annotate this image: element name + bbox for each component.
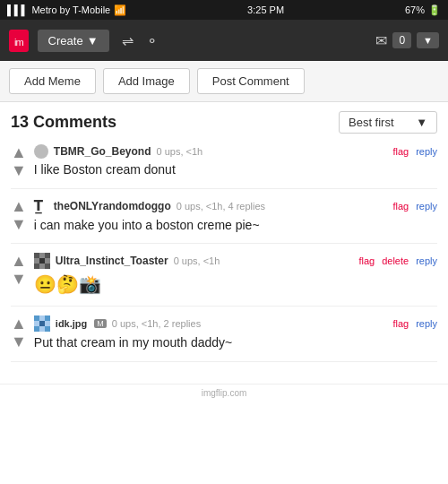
comment-info: 0 ups, <1h xyxy=(174,255,220,266)
comment-text: i can make you into a boston creme pie~ xyxy=(34,217,437,235)
avatar: T̲ xyxy=(34,198,48,214)
notification-badge[interactable]: 0 xyxy=(392,32,411,48)
username[interactable]: theONLYrandomdoggo xyxy=(54,200,171,212)
create-button[interactable]: Create ▼ xyxy=(38,30,109,52)
downvote-button[interactable]: ▼ xyxy=(11,162,27,178)
comment-meta: Ultra_Instinct_Toaster 0 ups, <1h flag d… xyxy=(34,253,437,269)
add-meme-button[interactable]: Add Meme xyxy=(9,68,96,94)
carrier-info: ▌▌▌ Metro by T-Mobile 📶 xyxy=(7,4,126,16)
comments-count: 13 Comments xyxy=(11,113,116,132)
battery-label: 67% xyxy=(405,4,425,15)
comment-item: ▲ ▼ T̲ theONLYrandomdoggo 0 ups, <1h, 4 … xyxy=(11,198,437,245)
avatar xyxy=(34,253,50,269)
upvote-button[interactable]: ▲ xyxy=(11,315,27,332)
vote-col: ▲ ▼ xyxy=(11,144,27,178)
delete-link[interactable]: delete xyxy=(382,255,409,266)
logo[interactable]: im xyxy=(9,30,29,52)
comment-meta: TBMR_Go_Beyond 0 ups, <1h flag reply xyxy=(34,144,437,159)
comment-text: 😐🤔📸 xyxy=(34,272,437,297)
vote-col: ▲ ▼ xyxy=(11,253,27,287)
comment-body: idk.jpg M 0 ups, <1h, 2 replies flag rep… xyxy=(34,315,437,352)
comment-body: TBMR_Go_Beyond 0 ups, <1h flag reply I l… xyxy=(34,144,437,179)
sort-chevron-icon: ▼ xyxy=(416,116,427,129)
add-image-button[interactable]: Add Image xyxy=(103,68,190,94)
downvote-button[interactable]: ▼ xyxy=(11,271,27,287)
comment-item: ▲ ▼ Ultra_Instinct_Toaster 0 ups, <1h xyxy=(11,253,437,307)
top-nav: im Create ▼ ⇌ ⚬ ✉ 0 ▼ xyxy=(0,20,448,61)
footer-text: imgflip.com xyxy=(202,388,247,398)
nav-icons: ⇌ ⚬ xyxy=(122,32,158,49)
reply-link[interactable]: reply xyxy=(416,255,437,266)
upvote-button[interactable]: ▲ xyxy=(11,144,27,160)
comment-actions: flag reply xyxy=(392,201,437,212)
battery-icon: 🔋 xyxy=(428,4,441,16)
comment-body: Ultra_Instinct_Toaster 0 ups, <1h flag d… xyxy=(34,253,437,297)
comment-item: ▲ ▼ idk.jpg M 0 ups, <1h, 2 replies xyxy=(11,315,437,362)
status-bar: ▌▌▌ Metro by T-Mobile 📶 3:25 PM 67% 🔋 xyxy=(0,0,448,20)
flag-link[interactable]: flag xyxy=(392,146,409,157)
flag-link[interactable]: flag xyxy=(392,201,409,212)
mail-icon[interactable]: ✉ xyxy=(375,32,387,49)
comment-meta: T̲ theONLYrandomdoggo 0 ups, <1h, 4 repl… xyxy=(34,198,437,214)
status-time: 3:25 PM xyxy=(247,4,284,15)
nav-right: ✉ 0 ▼ xyxy=(375,32,439,49)
chevron-down-icon: ▼ xyxy=(87,34,99,48)
comment-info: 0 ups, <1h, 2 replies xyxy=(112,318,201,329)
nav-dropdown-icon[interactable]: ▼ xyxy=(417,32,439,48)
comment-actions: flag reply xyxy=(392,146,437,157)
reply-link[interactable]: reply xyxy=(416,201,437,212)
sort-button[interactable]: Best first ▼ xyxy=(339,111,437,134)
action-bar: Add Meme Add Image Post Comment xyxy=(0,61,448,102)
carrier-name: Metro by T-Mobile xyxy=(31,4,110,15)
comment-actions: flag delete reply xyxy=(358,255,437,266)
flag-link[interactable]: flag xyxy=(358,255,375,266)
mod-badge: M xyxy=(94,319,107,328)
search-icon[interactable]: ⚬ xyxy=(146,32,158,49)
downvote-button[interactable]: ▼ xyxy=(11,333,27,350)
comment-item: ▲ ▼ TBMR_Go_Beyond 0 ups, <1h flag reply… xyxy=(11,144,437,189)
username[interactable]: TBMR_Go_Beyond xyxy=(54,145,151,158)
comments-header: 13 Comments Best first ▼ xyxy=(11,111,437,134)
comment-info: 0 ups, <1h xyxy=(157,146,203,157)
shuffle-icon[interactable]: ⇌ xyxy=(122,32,134,49)
comments-section: 13 Comments Best first ▼ ▲ ▼ TBMR_Go_Bey… xyxy=(0,102,448,380)
comment-body: T̲ theONLYrandomdoggo 0 ups, <1h, 4 repl… xyxy=(34,198,437,235)
upvote-button[interactable]: ▲ xyxy=(11,253,27,269)
avatar xyxy=(34,315,50,332)
username[interactable]: Ultra_Instinct_Toaster xyxy=(56,255,168,267)
logo-text: im xyxy=(14,37,23,48)
vote-col: ▲ ▼ xyxy=(11,315,27,350)
post-comment-button[interactable]: Post Comment xyxy=(197,68,305,94)
signal-icon: ▌▌▌ xyxy=(7,4,28,15)
flag-link[interactable]: flag xyxy=(392,318,409,329)
downvote-button[interactable]: ▼ xyxy=(11,216,27,232)
comment-info: 0 ups, <1h, 4 replies xyxy=(177,201,265,212)
footer: imgflip.com xyxy=(0,384,448,402)
vote-col: ▲ ▼ xyxy=(11,198,27,232)
battery-info: 67% 🔋 xyxy=(405,4,441,16)
reply-link[interactable]: reply xyxy=(416,146,437,157)
wifi-icon: 📶 xyxy=(114,4,126,16)
upvote-button[interactable]: ▲ xyxy=(11,198,27,214)
comment-actions: flag reply xyxy=(392,318,437,329)
sort-label: Best first xyxy=(349,116,394,129)
reply-link[interactable]: reply xyxy=(416,318,437,329)
avatar xyxy=(34,144,48,159)
comment-text: I like Boston cream donut xyxy=(34,161,437,179)
comment-meta: idk.jpg M 0 ups, <1h, 2 replies flag rep… xyxy=(34,315,437,332)
username[interactable]: idk.jpg xyxy=(56,318,87,329)
comment-text: Put that cream in my mouth daddy~ xyxy=(34,334,437,352)
